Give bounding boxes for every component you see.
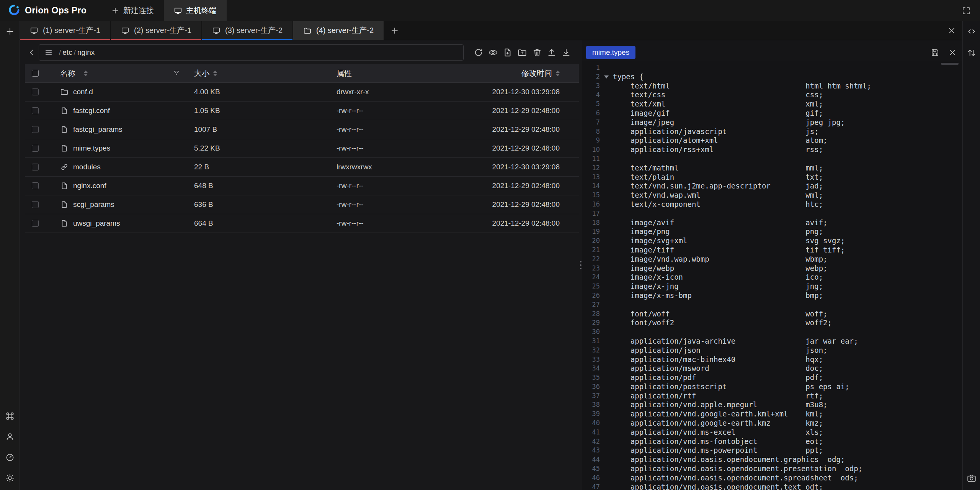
new-folder-button[interactable] — [517, 48, 527, 57]
table-row[interactable]: nginx.conf648 B-rw-r--r--2021-12-29 02:4… — [25, 177, 579, 195]
column-header-size[interactable]: 大小 — [194, 68, 209, 79]
session-tab-2[interactable]: (2) server-生产-1 — [111, 21, 201, 40]
user-button[interactable] — [5, 432, 15, 442]
file-attrs: drwxr-xr-x — [336, 88, 459, 96]
code-line: 11 — [582, 154, 962, 164]
session-tab-4[interactable]: (4) server-生产-2 — [293, 21, 384, 40]
row-checkbox[interactable] — [32, 88, 39, 95]
code-text: application/vnd.oasis.opendocument.prese… — [613, 464, 862, 474]
fold-arrow-icon[interactable] — [604, 75, 609, 79]
editor-file-tab[interactable]: mime.types — [586, 46, 635, 59]
code-text: application/rtf rtf; — [613, 392, 823, 401]
code-line: 5 text/xml xml; — [582, 100, 962, 109]
session-tab-3[interactable]: (3) server-生产-2 — [202, 21, 292, 40]
line-number: 26 — [582, 291, 600, 300]
code-line: 44 application/vnd.oasis.opendocument.gr… — [582, 455, 962, 464]
row-checkbox[interactable] — [32, 107, 39, 114]
menu-item-host-terminal[interactable]: 主机终端 — [164, 0, 227, 21]
filter-icon[interactable] — [173, 69, 180, 77]
table-row[interactable]: fastcgi.conf1.05 KB-rw-r--r--2021-12-29 … — [25, 102, 579, 120]
file-size: 648 B — [194, 182, 336, 190]
panel-splitter[interactable] — [579, 40, 582, 490]
transfer-order-button[interactable] — [967, 48, 977, 58]
menu-item-new-connection[interactable]: 新建连接 — [101, 0, 164, 21]
sort-carets[interactable] — [84, 70, 88, 76]
save-icon[interactable] — [930, 48, 939, 57]
column-header-name[interactable]: 名称 — [60, 68, 75, 79]
code-icon — [967, 26, 977, 36]
editor-close-icon[interactable] — [948, 48, 957, 57]
screenshot-button[interactable] — [967, 473, 977, 483]
code-line: 39 application/vnd.google-earth.kml+xml … — [582, 410, 962, 419]
back-button[interactable] — [25, 46, 39, 59]
add-tab-button[interactable] — [384, 21, 405, 40]
code-line: 29 font/woff2 woff2; — [582, 318, 962, 328]
select-all-checkbox[interactable] — [32, 70, 39, 77]
line-number: 12 — [582, 164, 600, 173]
shortcuts-button[interactable] — [5, 411, 15, 421]
splitter-grip-icon — [580, 261, 581, 269]
fullscreen-icon[interactable] — [962, 6, 971, 15]
snippets-button[interactable] — [967, 26, 977, 36]
row-checkbox[interactable] — [32, 182, 39, 189]
settings-button[interactable] — [5, 473, 15, 483]
table-row[interactable]: mime.types5.22 KB-rw-r--r--2021-12-29 02… — [25, 139, 579, 158]
table-row[interactable]: modules22 Blrwxrwxrwx2021-12-30 03:29:08 — [25, 158, 579, 177]
column-header-mtime[interactable]: 修改时间 — [521, 68, 552, 79]
code-text: image/avif avif; — [613, 218, 828, 228]
line-number: 45 — [582, 464, 600, 474]
row-checkbox[interactable] — [32, 126, 39, 133]
upload-button[interactable] — [547, 48, 557, 57]
table-row[interactable]: conf.d4.00 KBdrwxr-xr-x2021-12-30 03:29:… — [25, 83, 579, 102]
app-header: Orion Ops Pro 新建连接主机终端 — [0, 0, 980, 21]
code-line: 24 image/x-icon ico; — [582, 273, 962, 282]
line-number: 23 — [582, 264, 600, 273]
row-checkbox[interactable] — [32, 145, 39, 152]
code-line: 34 application/msword doc; — [582, 364, 962, 373]
file-name: mime.types — [73, 144, 110, 152]
link-icon — [60, 163, 69, 171]
preview-button[interactable] — [488, 48, 498, 57]
editor-scrollbar-thumb[interactable] — [941, 63, 959, 65]
table-row[interactable]: scgi_params636 B-rw-r--r--2021-12-29 02:… — [25, 195, 579, 214]
session-tab-label: (1) server-生产-1 — [43, 25, 100, 36]
session-tab-1[interactable]: (1) server-生产-1 — [20, 21, 110, 40]
row-checkbox[interactable] — [32, 164, 39, 170]
file-name: fastcgi.conf — [73, 107, 110, 115]
delete-button[interactable] — [532, 48, 542, 57]
sort-carets[interactable] — [213, 70, 217, 76]
sftp-panel: /etc/nginx 名称 大小 — [20, 40, 579, 490]
header-menu: 新建连接主机终端 — [101, 0, 227, 21]
row-checkbox[interactable] — [32, 220, 39, 227]
download-button[interactable] — [561, 48, 571, 57]
table-row[interactable]: fastcgi_params1007 B-rw-r--r--2021-12-29… — [25, 120, 579, 139]
breadcrumb-segment[interactable]: etc — [62, 48, 72, 57]
line-number: 31 — [582, 337, 600, 346]
new-file-button[interactable] — [503, 48, 513, 57]
line-number: 15 — [582, 191, 600, 200]
line-number: 20 — [582, 236, 600, 246]
line-number: 13 — [582, 173, 600, 182]
gear-icon — [5, 473, 15, 483]
new-session-button[interactable] — [5, 26, 15, 36]
code-line: 2types { — [582, 72, 962, 82]
refresh-button[interactable] — [474, 48, 483, 57]
breadcrumb[interactable]: /etc/nginx — [39, 44, 464, 61]
code-editor[interactable]: 12types {3 text/html html htm shtml;4 te… — [582, 61, 962, 490]
file-name: fastcgi_params — [73, 125, 122, 134]
code-text: application/vnd.ms-excel xls; — [613, 428, 823, 437]
line-number: 32 — [582, 346, 600, 355]
table-row[interactable]: uwsgi_params664 B-rw-r--r--2021-12-29 02… — [25, 214, 579, 233]
row-checkbox[interactable] — [32, 201, 39, 208]
line-number: 19 — [582, 227, 600, 236]
sort-carets[interactable] — [556, 70, 560, 76]
code-text: text/css css; — [613, 90, 823, 100]
close-terminal-button[interactable] — [947, 21, 956, 40]
left-rail — [0, 21, 20, 490]
dashboard-button[interactable] — [5, 452, 15, 462]
line-number: 4 — [582, 90, 600, 100]
file-table: 名称 大小 属性 修改时间 conf — [25, 64, 579, 233]
breadcrumb-segment[interactable]: nginx — [77, 48, 95, 57]
monitor-icon — [212, 26, 220, 35]
plus-icon — [111, 7, 119, 15]
